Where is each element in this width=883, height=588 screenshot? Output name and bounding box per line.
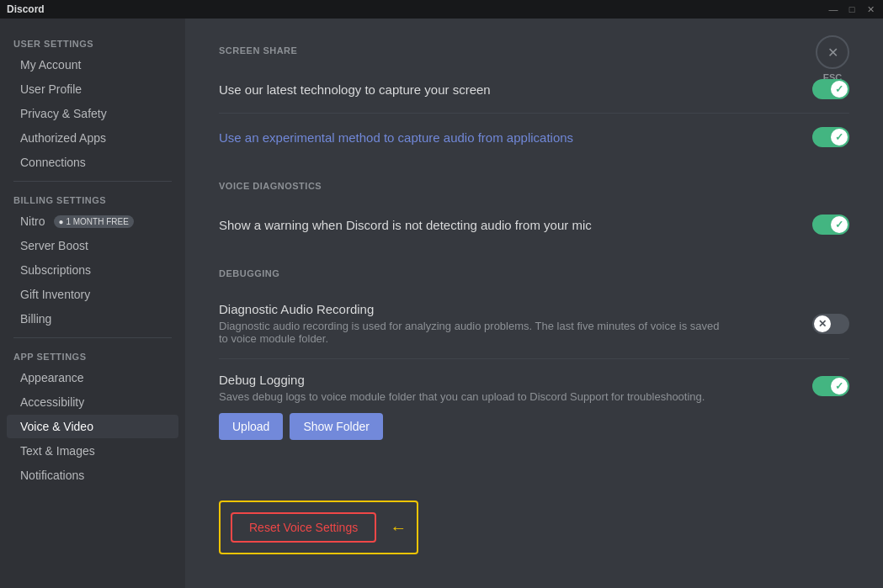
screen-share-toggle2[interactable]: ✓ — [812, 127, 849, 147]
sidebar-item-gift-inventory[interactable]: Gift Inventory — [7, 283, 178, 306]
screen-share-toggle2-label: Use an experimental method to capture au… — [219, 130, 573, 145]
voice-diagnostics-section: VOICE DIAGNOSTICS Show a warning when Di… — [219, 181, 849, 248]
sidebar-item-label: Nitro — [20, 215, 45, 228]
sidebar-item-server-boost[interactable]: Server Boost — [7, 234, 178, 257]
sidebar-item-label: Appearance — [20, 371, 84, 384]
toggle-x-icon: ✕ — [818, 318, 827, 330]
sidebar-item-appearance[interactable]: Appearance — [7, 366, 178, 389]
diagnostic-audio-text: Diagnostic Audio Recording Diagnostic au… — [219, 302, 724, 345]
toggle-thumb: ✕ — [814, 315, 831, 332]
window-controls: — □ ✕ — [827, 3, 876, 15]
sidebar-divider-1 — [13, 181, 172, 182]
sidebar-item-voice-video[interactable]: Voice & Video — [7, 415, 178, 438]
billing-settings-section-label: BILLING SETTINGS — [0, 188, 185, 209]
sidebar-item-subscriptions[interactable]: Subscriptions — [7, 258, 178, 282]
diagnostic-audio-label: Diagnostic Audio Recording — [219, 302, 724, 316]
nitro-badge: ● 1 MONTH FREE — [54, 215, 134, 228]
debug-logging-row: Debug Logging Saves debug logs to voice … — [219, 359, 849, 453]
sidebar-item-label: Connections — [20, 156, 86, 169]
toggle-thumb: ✓ — [831, 81, 848, 98]
main-content: ✕ ESC SCREEN SHARE Use our latest techno… — [185, 19, 883, 588]
minimize-button[interactable]: — — [827, 3, 839, 15]
sidebar-item-label: Server Boost — [20, 239, 88, 252]
sidebar-item-label: Accessibility — [20, 395, 84, 409]
screen-share-header: SCREEN SHARE — [219, 45, 849, 56]
sidebar: USER SETTINGS My Account User Profile Pr… — [0, 19, 185, 588]
toggle-check-icon: ✓ — [835, 83, 843, 95]
sidebar-item-notifications[interactable]: Notifications — [7, 464, 178, 487]
sidebar-item-my-account[interactable]: My Account — [7, 53, 178, 77]
voice-diagnostics-toggle-row: Show a warning when Discord is not detec… — [219, 201, 849, 248]
toggle-thumb: ✓ — [831, 129, 848, 146]
toggle-check-icon: ✓ — [835, 219, 843, 230]
voice-diagnostics-toggle-label: Show a warning when Discord is not detec… — [219, 218, 592, 232]
titlebar: Discord — □ ✕ — [0, 0, 883, 19]
debug-logging-text: Debug Logging Saves debug logs to voice … — [219, 373, 705, 440]
sidebar-item-label: Billing — [20, 312, 51, 326]
reset-section: Reset Voice Settings ← — [219, 501, 418, 554]
sidebar-item-nitro[interactable]: Nitro ● 1 MONTH FREE — [7, 209, 178, 233]
sidebar-divider-2 — [13, 337, 172, 338]
debug-btn-row: Upload Show Folder — [219, 413, 705, 440]
sidebar-item-label: My Account — [20, 58, 81, 72]
debugging-header: DEBUGGING — [219, 268, 849, 278]
screen-share-toggle1-label: Use our latest technology to capture you… — [219, 82, 491, 97]
screen-share-toggle2-row: Use an experimental method to capture au… — [219, 114, 849, 161]
app-settings-section-label: APP SETTINGS — [0, 345, 185, 365]
esc-circle-icon: ✕ — [816, 35, 849, 69]
diagnostic-audio-toggle[interactable]: ✕ — [812, 314, 849, 334]
debug-logging-description: Saves debug logs to voice module folder … — [219, 390, 705, 403]
toggle-thumb: ✓ — [831, 216, 848, 233]
maximize-button[interactable]: □ — [846, 3, 858, 15]
debug-logging-label: Debug Logging — [219, 373, 705, 387]
toggle-thumb: ✓ — [831, 378, 848, 395]
sidebar-item-privacy-safety[interactable]: Privacy & Safety — [7, 102, 178, 125]
sidebar-item-billing[interactable]: Billing — [7, 307, 178, 331]
toggle-check-icon: ✓ — [835, 131, 843, 143]
sidebar-item-label: Notifications — [20, 469, 84, 482]
sidebar-item-connections[interactable]: Connections — [7, 151, 178, 174]
sidebar-item-label: Subscriptions — [20, 263, 91, 277]
sidebar-item-label: Privacy & Safety — [20, 107, 107, 120]
sidebar-item-user-profile[interactable]: User Profile — [7, 77, 178, 101]
debugging-section: DEBUGGING Diagnostic Audio Recording Dia… — [219, 268, 849, 453]
screen-share-toggle1[interactable]: ✓ — [812, 79, 849, 99]
voice-diagnostics-header: VOICE DIAGNOSTICS — [219, 181, 849, 191]
sidebar-item-label: User Profile — [20, 82, 82, 96]
reset-voice-settings-button[interactable]: Reset Voice Settings — [231, 512, 376, 543]
screen-share-section: SCREEN SHARE Use our latest technology t… — [219, 45, 849, 161]
main-container: USER SETTINGS My Account User Profile Pr… — [0, 19, 883, 588]
esc-button[interactable]: ✕ ESC — [816, 35, 849, 82]
sidebar-item-authorized-apps[interactable]: Authorized Apps — [7, 126, 178, 150]
sidebar-item-label: Voice & Video — [20, 420, 93, 433]
diagnostic-audio-description: Diagnostic audio recording is used for a… — [219, 320, 724, 345]
sidebar-item-label: Gift Inventory — [20, 288, 90, 301]
toggle-check-icon: ✓ — [835, 380, 843, 392]
diagnostic-audio-row: Diagnostic Audio Recording Diagnostic au… — [219, 289, 849, 359]
arrow-icon: ← — [390, 518, 407, 538]
close-button[interactable]: ✕ — [864, 3, 876, 15]
sidebar-item-label: Authorized Apps — [20, 131, 106, 145]
sidebar-item-text-images[interactable]: Text & Images — [7, 439, 178, 463]
user-settings-section-label: USER SETTINGS — [0, 32, 185, 52]
debug-logging-toggle[interactable]: ✓ — [812, 376, 849, 396]
show-folder-button[interactable]: Show Folder — [290, 413, 383, 440]
sidebar-item-accessibility[interactable]: Accessibility — [7, 390, 178, 414]
upload-button[interactable]: Upload — [219, 413, 283, 440]
voice-diagnostics-toggle[interactable]: ✓ — [812, 215, 849, 235]
screen-share-toggle1-row: Use our latest technology to capture you… — [219, 66, 849, 114]
app-title: Discord — [7, 3, 45, 15]
sidebar-item-label: Text & Images — [20, 444, 95, 458]
